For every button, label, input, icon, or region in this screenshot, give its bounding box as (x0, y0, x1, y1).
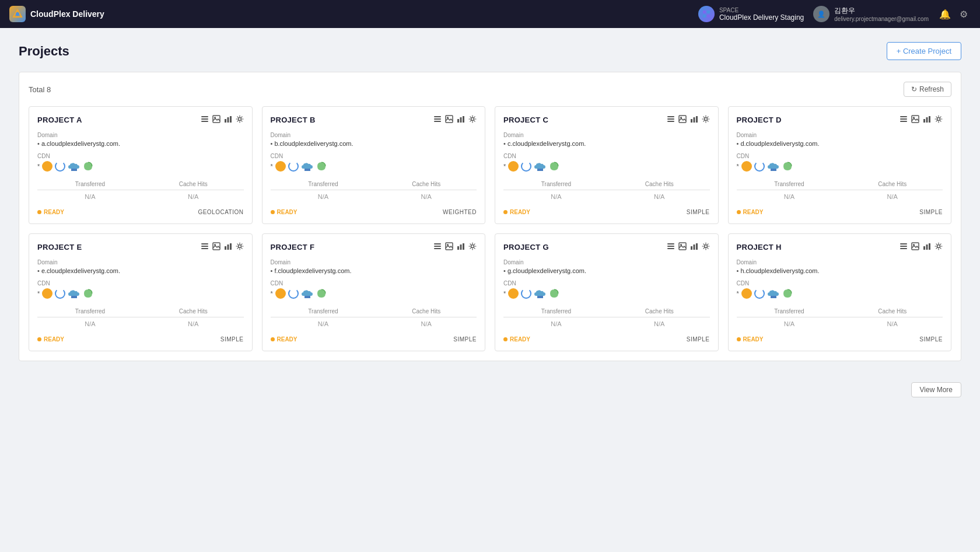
image-icon[interactable] (212, 242, 220, 252)
project-name: PROJECT A (37, 116, 82, 124)
cdn-refresh-icon (754, 161, 765, 172)
project-action-icons (201, 242, 244, 252)
project-card: PROJECT B Domain b.cloudplexdeliverystg.… (262, 106, 486, 224)
image-icon[interactable] (445, 242, 453, 252)
chart-icon[interactable] (923, 115, 931, 125)
list-icon[interactable] (433, 242, 442, 252)
svg-point-41 (937, 118, 940, 121)
cache-hits-value: N/A (376, 190, 477, 204)
svg-rect-71 (900, 248, 907, 249)
domain-value: b.cloudplexdeliverystg.com. (271, 140, 477, 147)
svg-point-68 (704, 245, 707, 248)
list-icon[interactable] (900, 115, 908, 125)
status-text: READY (44, 209, 64, 215)
list-icon[interactable] (900, 242, 908, 252)
cache-hits-value: N/A (143, 317, 243, 331)
project-card-header: PROJECT E (37, 242, 244, 252)
chart-icon[interactable] (690, 115, 698, 125)
settings-icon[interactable]: ⚙ (957, 7, 971, 21)
svg-point-32 (704, 118, 707, 121)
status-dot (503, 210, 508, 214)
svg-rect-33 (900, 116, 907, 117)
project-card-header: PROJECT B (271, 115, 477, 125)
status-text: READY (743, 336, 764, 343)
domain-value: c.cloudplexdeliverystg.com. (503, 140, 710, 147)
chart-icon[interactable] (224, 242, 232, 252)
list-icon[interactable] (201, 242, 209, 252)
status-badge: READY (737, 336, 764, 343)
svg-rect-29 (691, 119, 692, 123)
list-icon[interactable] (433, 115, 442, 125)
chart-icon[interactable] (457, 115, 465, 125)
space-name: CloudPlex Delivery Staging (719, 13, 804, 22)
cdn-icons: * (37, 288, 244, 299)
domain-label: Domain (737, 259, 943, 265)
list-icon[interactable] (667, 242, 675, 252)
image-icon[interactable] (911, 115, 919, 125)
chart-icon[interactable] (690, 242, 698, 252)
svg-rect-48 (227, 244, 229, 250)
cdn-refresh-icon (288, 161, 299, 172)
domain-section: Domain f.cloudplexdeliverystg.com. (271, 259, 477, 274)
domain-value: d.cloudplexdeliverystg.com. (737, 140, 943, 147)
domain-section: Domain h.cloudplexdeliverystg.com. (737, 259, 943, 274)
image-icon[interactable] (678, 242, 687, 252)
gear-icon[interactable] (702, 115, 710, 125)
cache-hits-value: N/A (376, 317, 477, 331)
status-badge: READY (271, 209, 298, 215)
cdn-leaf-icon (83, 288, 93, 299)
project-action-icons (667, 115, 710, 125)
project-card: PROJECT H Domain h.cloudplexdeliverystg.… (728, 233, 952, 351)
image-icon[interactable] (212, 115, 220, 125)
transferred-header: Transferred (37, 179, 143, 190)
domain-value: h.cloudplexdeliverystg.com. (737, 267, 943, 274)
image-icon[interactable] (911, 242, 919, 252)
cdn-bullet: * (271, 163, 273, 170)
domain-section: Domain a.cloudplexdeliverystg.com. (37, 132, 244, 147)
create-project-button[interactable]: + Create Project (887, 42, 961, 60)
chart-icon[interactable] (923, 242, 931, 252)
svg-rect-22 (463, 116, 464, 123)
cdn-refresh-icon (521, 288, 531, 299)
view-more-button[interactable]: View More (911, 382, 961, 397)
cdn-leaf-icon (316, 288, 327, 299)
bell-icon[interactable]: 🔔 (938, 7, 952, 21)
project-name: PROJECT F (271, 243, 315, 251)
gear-icon[interactable] (468, 242, 477, 252)
gear-icon[interactable] (935, 242, 943, 252)
cdn-refresh-icon (521, 161, 531, 172)
logo-text: CloudPlex Delivery (30, 9, 104, 19)
cdn-icons: * (271, 288, 477, 299)
list-icon[interactable] (667, 115, 675, 125)
space-info: SPACE CloudPlex Delivery Staging (698, 6, 804, 22)
cdn-orange-icon (275, 161, 286, 172)
image-icon[interactable] (678, 115, 687, 125)
gear-icon[interactable] (468, 115, 477, 125)
routing-type: GEOLOCATION (198, 209, 243, 215)
refresh-button[interactable]: ↻ Refresh (904, 82, 951, 97)
gear-icon[interactable] (702, 242, 710, 252)
gear-icon[interactable] (935, 115, 943, 125)
cdn-bullet: * (737, 163, 739, 170)
list-icon[interactable] (201, 115, 209, 125)
project-card-header: PROJECT A (37, 115, 244, 125)
domain-label: Domain (271, 132, 477, 138)
chart-icon[interactable] (457, 242, 465, 252)
project-card: PROJECT G Domain g.cloudplexdeliverystg.… (495, 233, 719, 351)
chart-icon[interactable] (224, 115, 232, 125)
gear-icon[interactable] (236, 115, 244, 125)
page-title: Projects (19, 44, 69, 59)
cdn-orange-icon (508, 288, 519, 299)
image-icon[interactable] (445, 115, 453, 125)
svg-point-23 (471, 118, 474, 121)
project-card: PROJECT C Domain c.cloudplexdeliverystg.… (495, 106, 719, 224)
svg-rect-21 (460, 117, 462, 123)
cdn-icons: * (271, 161, 477, 172)
cdn-bullet: * (737, 290, 739, 297)
project-name: PROJECT G (503, 243, 549, 251)
routing-type: SIMPLE (453, 336, 477, 343)
gear-icon[interactable] (236, 242, 244, 252)
project-card-footer: READY SIMPLE (503, 336, 710, 343)
svg-rect-42 (201, 243, 208, 244)
cdn-label: CDN (271, 153, 477, 159)
